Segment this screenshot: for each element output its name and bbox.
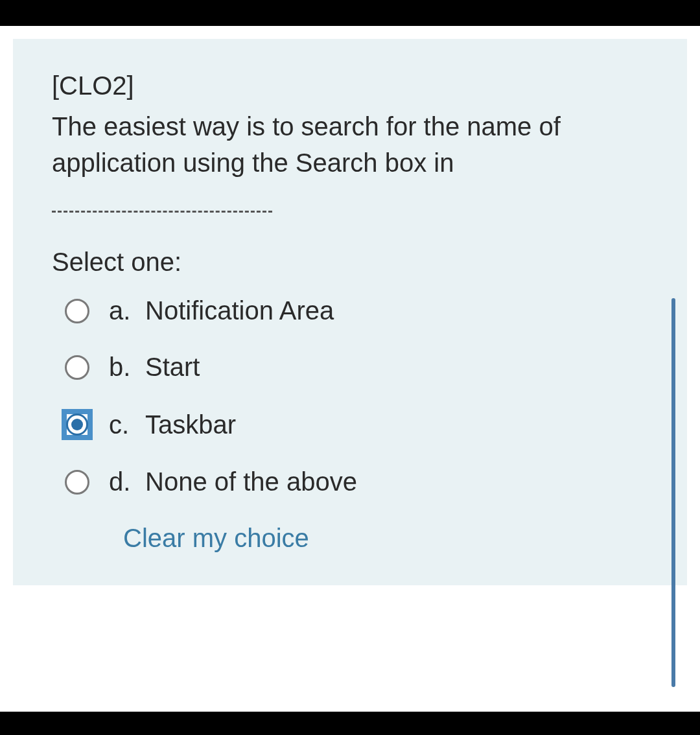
option-text: Taskbar bbox=[145, 410, 648, 439]
radio-icon[interactable] bbox=[65, 470, 89, 495]
radio-icon[interactable] bbox=[65, 299, 89, 323]
options-list: a. Notification Area b. Start c. Taskbar… bbox=[52, 296, 648, 496]
option-text: Notification Area bbox=[145, 296, 648, 325]
scroll-indicator[interactable] bbox=[671, 298, 675, 687]
top-bar bbox=[0, 0, 700, 26]
question-text: The easiest way is to search for the nam… bbox=[52, 108, 648, 181]
blank-line bbox=[52, 200, 272, 213]
option-text: Start bbox=[145, 353, 648, 382]
option-d[interactable]: d. None of the above bbox=[65, 467, 648, 496]
radio-icon[interactable] bbox=[65, 355, 89, 380]
radio-icon-selected[interactable] bbox=[62, 409, 93, 440]
question-container: [CLO2] The easiest way is to search for … bbox=[0, 26, 700, 585]
option-letter: b. bbox=[109, 353, 145, 382]
option-letter: c. bbox=[109, 410, 145, 439]
option-a[interactable]: a. Notification Area bbox=[65, 296, 648, 325]
option-letter: a. bbox=[109, 296, 145, 325]
option-b[interactable]: b. Start bbox=[65, 353, 648, 382]
option-text: None of the above bbox=[145, 467, 648, 496]
option-letter: d. bbox=[109, 467, 145, 496]
question-tag: [CLO2] bbox=[52, 71, 648, 100]
question-card: [CLO2] The easiest way is to search for … bbox=[13, 39, 687, 585]
select-one-label: Select one: bbox=[52, 248, 648, 277]
bottom-bar bbox=[0, 712, 700, 735]
clear-my-choice-link[interactable]: Clear my choice bbox=[123, 524, 648, 553]
option-c[interactable]: c. Taskbar bbox=[65, 409, 648, 440]
